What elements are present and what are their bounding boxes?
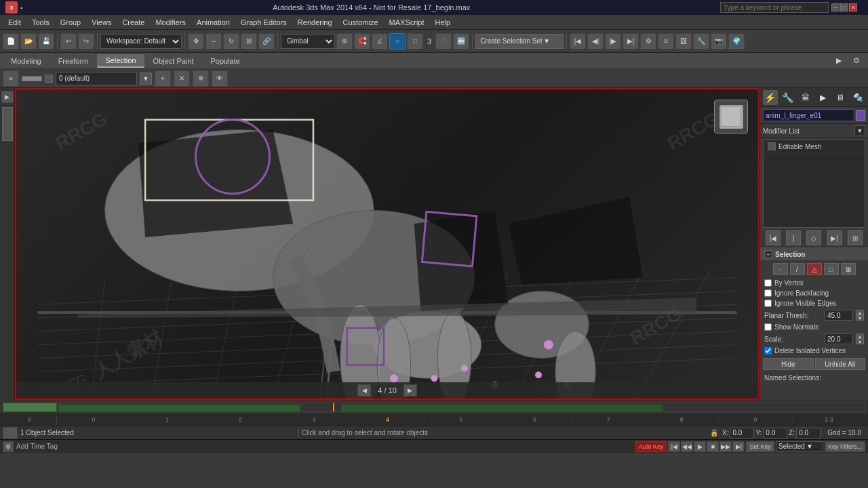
tb-prev-key[interactable]: ◀| [587,33,604,49]
tb-save[interactable]: 💾 [38,33,54,49]
show-normals-checkbox[interactable] [764,323,772,331]
mod-btn-1[interactable]: |◀ [766,230,781,245]
tb-circle[interactable]: ○ [389,33,406,49]
vp-prev-btn[interactable]: ◀ [357,384,371,396]
menu-rendering[interactable]: Rendering [292,17,338,28]
layer-dropdown-btn[interactable]: ▼ [140,73,152,85]
prev-key-button[interactable]: ◀◀ [681,441,693,452]
selection-collapse-btn[interactable]: − [764,250,772,258]
tb-rotate[interactable]: ↻ [223,33,239,49]
search-input[interactable] [720,2,829,13]
hide-button[interactable]: Hide [763,358,814,370]
panel-icon-modify[interactable]: 🔧 [781,90,795,105]
viewport[interactable]: RRCG RRCG 人人素材 RRCG 人人素材 [15,88,760,400]
tab-selection[interactable]: Selection [97,54,144,68]
sel-icon-face[interactable]: △ [807,263,822,275]
layer-icon[interactable]: ≡ [3,70,19,87]
left-motion-btn[interactable]: ▶ [1,91,14,103]
tb-use-pivot[interactable]: ⊕ [336,33,353,49]
tab-freeform[interactable]: Freeform [50,55,97,67]
layer-freeze[interactable]: ❄ [193,70,209,87]
selected-dropdown[interactable]: Selected ▼ [776,441,823,452]
tb-angle-snap[interactable]: ∠ [372,33,388,49]
modifier-list-dropdown[interactable]: ▼ [854,125,865,136]
tb-more[interactable]: ≡ [658,33,674,49]
unhide-all-button[interactable]: Unhide All [815,358,866,370]
menu-animation[interactable]: Animation [191,17,235,28]
tb-last-key[interactable]: ▶| [623,33,639,49]
tb-snap[interactable]: 🧲 [354,33,370,49]
y-coord[interactable]: 0.0 [763,428,787,439]
menu-maxscript[interactable]: MAXScript [384,17,430,28]
menu-help[interactable]: Help [430,17,456,28]
stop-button[interactable]: ■ [707,441,719,452]
tb-select[interactable]: ✥ [188,33,204,49]
tb-render-setup[interactable]: 🔧 [693,33,709,49]
layer-hide[interactable]: 👁 [212,70,228,87]
next-key-button[interactable]: ▶▶ [719,441,732,452]
panel-icon-display[interactable]: 🖥 [833,90,848,105]
mod-btn-2[interactable]: | [786,230,801,245]
tab-config-btn[interactable]: ⚙ [848,54,865,67]
sel-icon-edge[interactable]: / [790,263,805,275]
planar-thresh-input[interactable] [825,310,853,321]
sel-icon-vertex[interactable]: · [773,263,788,275]
tab-extra-btn[interactable]: ▶ [831,54,847,67]
tb-link[interactable]: 🔗 [258,33,275,49]
by-vertex-checkbox[interactable] [764,279,772,287]
menu-graph-editors[interactable]: Graph Editors [235,17,292,28]
tb-open[interactable]: 📂 [20,33,37,49]
close-button[interactable]: ✕ [849,3,857,12]
snap-toggle[interactable]: ⚙ [3,441,14,452]
tb-scale[interactable]: ⊞ [241,33,257,49]
tb-move[interactable]: ↔ [205,33,222,49]
tb-environment[interactable]: 🌍 [728,33,745,49]
tb-redo[interactable]: ↪ [78,33,94,49]
minimize-button[interactable]: ─ [831,3,840,12]
menu-customize[interactable]: Customize [338,17,384,28]
x-coord[interactable]: 0.0 [730,428,754,439]
normals-scale-input[interactable] [825,333,853,344]
gimbal-dropdown[interactable]: Gimbal [281,34,335,49]
menu-views[interactable]: Views [86,17,117,28]
set-key-button[interactable]: Set Key [746,441,774,452]
mod-btn-4[interactable]: ▶| [827,230,842,245]
tb-new[interactable]: 📄 [3,33,19,49]
modifier-stack-item-editable-mesh[interactable]: Editable Mesh [764,140,865,153]
panel-icon-create[interactable]: ⚡ [763,90,778,105]
tb-undo[interactable]: ↩ [60,33,77,49]
next-frame-button[interactable]: ▶| [732,441,745,452]
maximize-button[interactable]: □ [840,3,848,12]
object-name-field[interactable] [763,109,854,121]
z-coord[interactable]: 0.0 [796,428,821,439]
key-filters-button[interactable]: Key Filters... [825,441,865,452]
sel-icon-polygon[interactable]: □ [824,263,839,275]
menu-tools[interactable]: Tools [26,17,55,28]
planar-thresh-up[interactable]: ▲ [856,310,864,315]
workspace-dropdown[interactable]: Workspace: Default [100,34,182,49]
layer-delete[interactable]: ✕ [174,70,190,87]
layer-name-input[interactable] [56,72,137,85]
tb-track[interactable]: 🎵 [435,33,452,49]
tb-next-key[interactable]: |▶ [605,33,621,49]
auto-key-button[interactable]: Auto Key [635,441,667,452]
tb-anim[interactable]: 🔤 [453,33,469,49]
tb-timeline-options[interactable]: ⚙ [640,33,656,49]
panel-icon-motion[interactable]: ▶ [815,90,830,105]
menu-modifiers[interactable]: Modifiers [150,17,191,28]
menu-group[interactable]: Group [55,17,87,28]
delete-isolated-checkbox[interactable] [764,347,772,354]
normals-scale-down[interactable]: ▼ [856,339,864,344]
vp-next-btn[interactable]: ▶ [403,384,417,396]
panel-icon-utilities[interactable]: 🔩 [850,90,865,105]
layer-new[interactable]: + [155,70,171,87]
tb-keyframe[interactable]: |◀ [570,33,586,49]
sel-icon-element[interactable]: ⊞ [841,263,856,275]
selection-section-header[interactable]: − Selection [760,248,868,260]
tab-modeling[interactable]: Modeling [3,55,50,67]
object-color-swatch[interactable] [856,110,865,121]
ignore-visible-edges-checkbox[interactable] [764,300,772,307]
tb-render[interactable]: 🖼 [675,33,692,49]
create-selection-button[interactable]: Create Selection Sel ▼ [475,34,564,49]
ignore-backfacing-checkbox[interactable] [764,289,772,297]
